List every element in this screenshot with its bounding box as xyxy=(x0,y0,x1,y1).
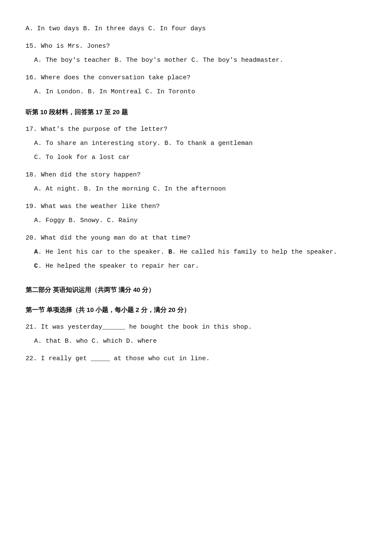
q19-answer: A. Foggy B. Snowy. C. Rainy xyxy=(34,215,366,226)
q15-text: Who is Mrs. Jones? xyxy=(41,43,110,50)
q22-text-pre: I really get xyxy=(41,355,87,362)
q20-label: 20. xyxy=(26,234,37,242)
q20-answer-c: C. He helped the speaker to repair her c… xyxy=(34,260,366,272)
q16-text: Where does the conversation take place? xyxy=(41,74,190,81)
q15-ans: A. The boy's teacher B. The boy's mother… xyxy=(34,57,283,64)
section21-header: 第一节 单项选择（共 10 小题，每小题 2 分，满分 20 分） xyxy=(26,304,366,315)
q19-text: What was the weather like then? xyxy=(41,203,160,210)
q22-line: 22. I really get _____ at those who cut … xyxy=(26,353,366,364)
q16-answer: A. In London. B. In Montreal C. In Toron… xyxy=(34,86,366,98)
q17-answer-c: C. To look for a lost car xyxy=(34,152,366,163)
q20-ans-b-text: . He called his family to help the speak… xyxy=(172,249,337,256)
section2-header: 第二部分 英语知识运用（共两节 满分 40 分） xyxy=(26,284,366,295)
q14-options-line: A. In two days B. In three days C. In fo… xyxy=(26,23,366,35)
q21-answer: A. that B. who C. which D. where xyxy=(34,335,366,347)
q14-options: A. In two days B. In three days C. In fo… xyxy=(26,25,206,32)
q22-label: 22. xyxy=(26,355,37,362)
q21-line: 21. It was yesterday______ he bought the… xyxy=(26,321,366,333)
q20-ans-c-text: . He helped the speaker to repair her ca… xyxy=(38,263,199,270)
q20-ans-a-letter: A xyxy=(34,249,38,256)
q20-ans-b-letter: B xyxy=(168,249,172,256)
q17-ans-c: C. To look for a lost car xyxy=(34,154,130,161)
q20-text: What did the young man do at that time? xyxy=(41,234,190,242)
q19-line: 19. What was the weather like then? xyxy=(26,201,366,212)
q16-line: 16. Where does the conversation take pla… xyxy=(26,72,366,84)
q21-blank: ______ xyxy=(102,324,125,331)
q18-line: 18. When did the story happen? xyxy=(26,169,366,181)
q17-line: 17. What's the purpose of the letter? xyxy=(26,124,366,135)
q16-ans: A. In London. B. In Montreal C. In Toron… xyxy=(34,88,195,95)
q15-answer: A. The boy's teacher B. The boy's mother… xyxy=(34,55,366,66)
q20-ans-a-text: . He lent his car to the speaker. xyxy=(38,249,168,256)
page-content: A. In two days B. In three days C. In fo… xyxy=(26,23,366,364)
q21-label: 21. xyxy=(26,324,37,331)
q18-answer: A. At night. B. In the morning C. In the… xyxy=(34,183,366,195)
q21-ans: A. that B. who C. which D. where xyxy=(34,338,157,345)
q22-text-post: at those who cut in line. xyxy=(110,355,210,362)
q15-label: 15. xyxy=(26,43,37,50)
q17-label: 17. xyxy=(26,126,37,133)
q20-answer-ab: A. He lent his car to the speaker. B. He… xyxy=(34,246,366,258)
q22-blank: _____ xyxy=(91,355,110,362)
q15-line: 15. Who is Mrs. Jones? xyxy=(26,40,366,52)
q20-ans-c-letter: C xyxy=(34,263,38,270)
q18-text: When did the story happen? xyxy=(41,171,141,179)
q17-answer-ab: A. To share an interesting story. B. To … xyxy=(34,138,366,149)
q19-ans: A. Foggy B. Snowy. C. Rainy xyxy=(34,217,138,224)
q21-text-pre: It was yesterday xyxy=(41,324,102,331)
q18-label: 18. xyxy=(26,171,37,179)
section10-header: 听第 10 段材料，回答第 17 至 20 题 xyxy=(26,106,366,118)
q16-label: 16. xyxy=(26,74,37,81)
q20-line: 20. What did the young man do at that ti… xyxy=(26,232,366,244)
q17-ans-ab: A. To share an interesting story. B. To … xyxy=(34,140,253,147)
q18-ans: A. At night. B. In the morning C. In the… xyxy=(34,185,226,193)
q21-text-post: he bought the book in this shop. xyxy=(125,324,252,331)
q19-label: 19. xyxy=(26,203,37,210)
q17-text: What's the purpose of the letter? xyxy=(41,126,167,133)
